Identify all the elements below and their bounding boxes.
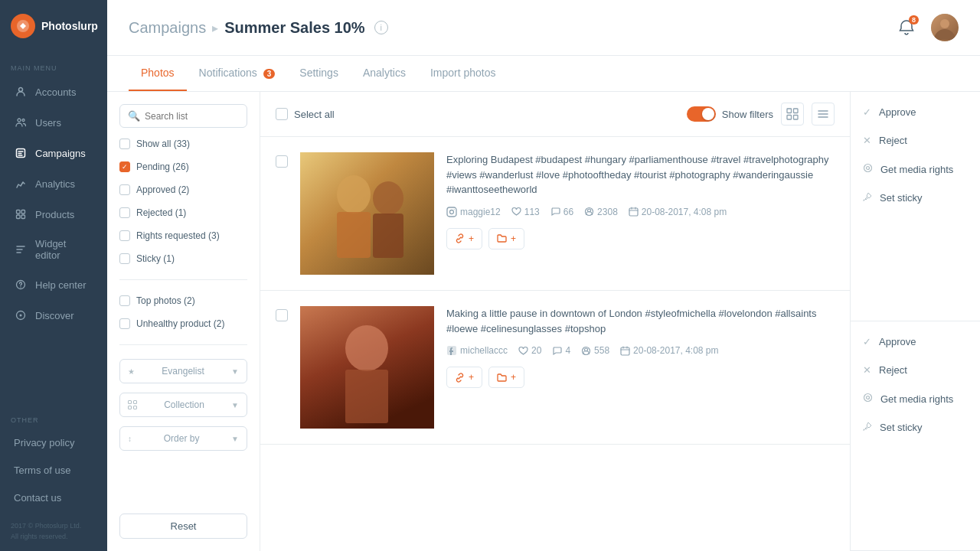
tab-photos[interactable]: Photos	[129, 56, 187, 91]
right-actions-panel: ✓ Approve ✕ Reject Get media rights	[850, 92, 980, 551]
header: Campaigns ▸ Summer Sales 10% i 8	[107, 0, 980, 56]
approve-btn-1[interactable]: ✓ Approve	[851, 98, 980, 126]
sidebar-item-analytics[interactable]: Analytics	[3, 169, 104, 198]
feed-item: Exploring Budapest #budapest #hungary #p…	[260, 137, 850, 291]
approve-btn-2[interactable]: ✓ Approve	[851, 328, 980, 356]
sidebar-item-discover[interactable]: Discover	[3, 301, 104, 330]
calendar-icon-2	[620, 346, 630, 356]
media-rights-btn-2[interactable]: Get media rights	[851, 384, 980, 413]
collection-select[interactable]: Collection ▼	[119, 393, 247, 417]
folder-icon-2	[497, 373, 507, 383]
filter-show-all[interactable]: Show all (33)	[119, 137, 247, 151]
filter-rights-checkbox	[119, 230, 130, 241]
tab-analytics[interactable]: Analytics	[351, 56, 418, 91]
collection-icon	[128, 400, 137, 409]
search-wrap: 🔍	[119, 104, 247, 128]
toggle-knob	[702, 108, 714, 120]
svg-rect-35	[345, 370, 388, 423]
search-input[interactable]	[145, 111, 239, 122]
avatar-image	[931, 14, 959, 41]
reject-btn-1[interactable]: ✕ Reject	[851, 126, 980, 155]
filter-sticky[interactable]: Sticky (1)	[119, 252, 247, 266]
sidebar-item-contact[interactable]: Contact us	[3, 484, 104, 511]
media-rights-btn-1[interactable]: Get media rights	[851, 155, 980, 184]
filter-top-photos[interactable]: Top photos (2)	[119, 294, 247, 308]
sidebar-item-widget-editor[interactable]: Widget editor	[3, 230, 104, 269]
svg-point-10	[20, 286, 21, 287]
sticky-btn-1[interactable]: Set sticky	[851, 184, 980, 212]
heart-icon-2	[518, 346, 528, 356]
filter-rejected[interactable]: Rejected (1)	[119, 206, 247, 220]
filter-unhealthy[interactable]: Unhealthy product (2)	[119, 317, 247, 331]
main-content: Campaigns ▸ Summer Sales 10% i 8	[107, 0, 980, 551]
sticky-btn-2[interactable]: Set sticky	[851, 413, 980, 442]
item1-checkbox[interactable]	[276, 155, 288, 168]
folder-icon	[497, 233, 507, 243]
avatar-svg	[931, 14, 959, 41]
toolbar-right: Show filters	[687, 103, 835, 126]
discover-label: Discover	[35, 310, 74, 321]
svg-point-23	[337, 175, 371, 214]
item2-reach: 558	[581, 345, 609, 356]
feed-list: Exploring Budapest #budapest #hungary #p…	[260, 137, 850, 551]
filter-rights[interactable]: Rights requested (3)	[119, 229, 247, 243]
show-filters-toggle[interactable]	[687, 106, 716, 122]
breadcrumb-parent[interactable]: Campaigns	[129, 19, 206, 37]
tab-import[interactable]: Import photos	[418, 56, 508, 91]
evangelist-select[interactable]: ★ Evangelist ▼	[119, 359, 247, 383]
help-center-label: Help center	[35, 279, 86, 291]
filter-sticky-checkbox	[119, 253, 130, 264]
svg-rect-26	[373, 214, 403, 258]
reject-btn-2[interactable]: ✕ Reject	[851, 356, 980, 384]
tab-settings[interactable]: Settings	[287, 56, 351, 91]
item1-comments: 66	[550, 207, 573, 217]
select-all[interactable]: Select all	[276, 108, 335, 120]
item2-likes: 20	[518, 345, 541, 356]
calendar-icon	[629, 207, 639, 217]
tab-notifications[interactable]: Notifications 3	[187, 56, 288, 91]
item2-folder-btn[interactable]: +	[488, 367, 524, 388]
item1-date: 20-08-2017, 4:08 pm	[629, 207, 727, 217]
notifications-button[interactable]: 8	[893, 14, 920, 41]
item2-checkbox[interactable]	[276, 309, 288, 321]
sidebar-item-users[interactable]: Users	[3, 108, 104, 137]
svg-rect-17	[134, 406, 137, 409]
list-view-button[interactable]	[812, 103, 835, 126]
filter-pending[interactable]: ✓ Pending (26)	[119, 160, 247, 174]
sidebar-item-terms[interactable]: Terms of use	[3, 457, 104, 484]
svg-point-3	[22, 119, 24, 122]
item1-link-btn[interactable]: +	[446, 228, 482, 249]
sidebar-item-privacy[interactable]: Privacy policy	[3, 429, 104, 456]
instagram-icon	[446, 207, 457, 217]
item1-folder-btn[interactable]: +	[488, 228, 524, 249]
feed-area: Select all Show filters	[260, 92, 850, 551]
discover-icon	[14, 308, 28, 322]
sidebar-item-accounts[interactable]: Accounts	[3, 77, 104, 106]
pin-icon	[863, 192, 872, 204]
svg-point-42	[864, 394, 872, 402]
analytics-label: Analytics	[35, 178, 75, 190]
reset-button[interactable]: Reset	[119, 514, 247, 539]
feed-toolbar: Select all Show filters	[260, 92, 850, 137]
grid-view-button[interactable]	[781, 103, 804, 126]
item2-link-btn[interactable]: +	[446, 367, 482, 388]
item1-meta: maggie12 113 66	[446, 207, 835, 217]
pin-icon-2	[863, 422, 872, 433]
filter-approved[interactable]: Approved (2)	[119, 183, 247, 197]
order-select[interactable]: ↕ Order by ▼	[119, 426, 247, 451]
svg-rect-7	[17, 215, 21, 219]
content-area: 🔍 Show all (33) ✓ Pending (26) Approved …	[107, 92, 980, 551]
svg-rect-8	[21, 215, 25, 219]
logo[interactable]: Photoslurp	[0, 0, 107, 52]
tab-bar: Photos Notifications 3 Settings Analytic…	[107, 56, 980, 92]
svg-point-13	[940, 19, 949, 28]
sidebar-item-products[interactable]: Products	[3, 200, 104, 229]
svg-rect-27	[447, 207, 456, 217]
sidebar-item-help-center[interactable]: Help center	[3, 270, 104, 299]
info-icon[interactable]: i	[374, 21, 388, 34]
avatar[interactable]	[931, 14, 959, 41]
breadcrumb-arrow: ▸	[212, 21, 218, 35]
svg-point-25	[373, 181, 403, 215]
widget-editor-label: Widget editor	[35, 238, 93, 261]
sidebar-item-campaigns[interactable]: Campaigns	[3, 139, 104, 168]
